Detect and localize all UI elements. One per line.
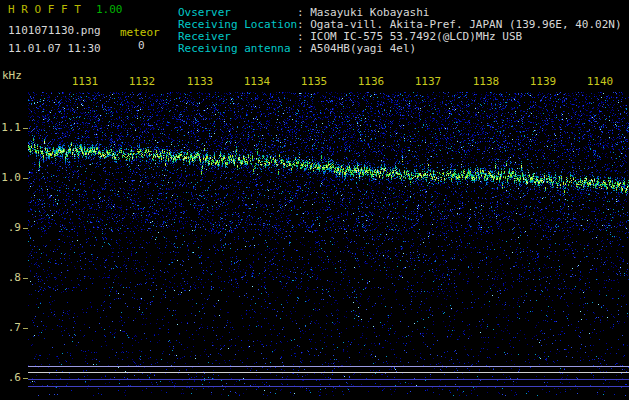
timestamp: 11.01.07 11:30 <box>8 43 101 55</box>
x-tick-label-1133: 1133 <box>185 76 215 88</box>
info-label: Receiving antenna <box>178 43 297 55</box>
meteor-count: 0 <box>138 40 145 52</box>
y-axis-unit-label: kHz <box>2 70 22 82</box>
y-tick-label-0-7: .7 <box>0 322 21 334</box>
signal-baseline-3 <box>28 386 629 387</box>
signal-baseline-0 <box>28 366 629 367</box>
x-tick-label-1138: 1138 <box>471 76 501 88</box>
mode-label: meteor <box>120 27 160 39</box>
y-tick-label-0-9: .9 <box>0 222 21 234</box>
y-tick-label-1-1: 1.1 <box>0 122 21 134</box>
info-row-antenna: Receiving antenna: A504HB(yagi 4el) <box>178 43 622 55</box>
info-colon: : <box>297 42 310 55</box>
y-tick-label-0-6: .6 <box>0 372 21 384</box>
x-tick-label-1136: 1136 <box>356 76 386 88</box>
x-tick-label-1132: 1132 <box>127 76 157 88</box>
output-filename: 1101071130.png <box>8 25 101 37</box>
x-tick-label-1134: 1134 <box>242 76 272 88</box>
x-tick-label-1139: 1139 <box>528 76 558 88</box>
x-tick-label-1137: 1137 <box>413 76 443 88</box>
hrofft-screen: H R O F F T 1.00 1101071130.png meteor 0… <box>0 0 629 400</box>
app-version: 1.00 <box>96 4 123 16</box>
info-value: A504HB(yagi 4el) <box>310 42 416 55</box>
spectrogram-canvas <box>28 92 629 396</box>
x-tick-label-1131: 1131 <box>70 76 100 88</box>
signal-baseline-2 <box>28 379 629 380</box>
app-title: H R O F F T <box>8 4 81 16</box>
y-tick-label-0-8: .8 <box>0 272 21 284</box>
station-info: Ovserver: Masayuki Kobayashi Receiving L… <box>178 7 622 55</box>
x-tick-label-1140: 1140 <box>585 76 615 88</box>
x-tick-label-1135: 1135 <box>299 76 329 88</box>
y-tick-label-1-0: 1.0 <box>0 172 21 184</box>
signal-baseline-1 <box>28 372 629 373</box>
